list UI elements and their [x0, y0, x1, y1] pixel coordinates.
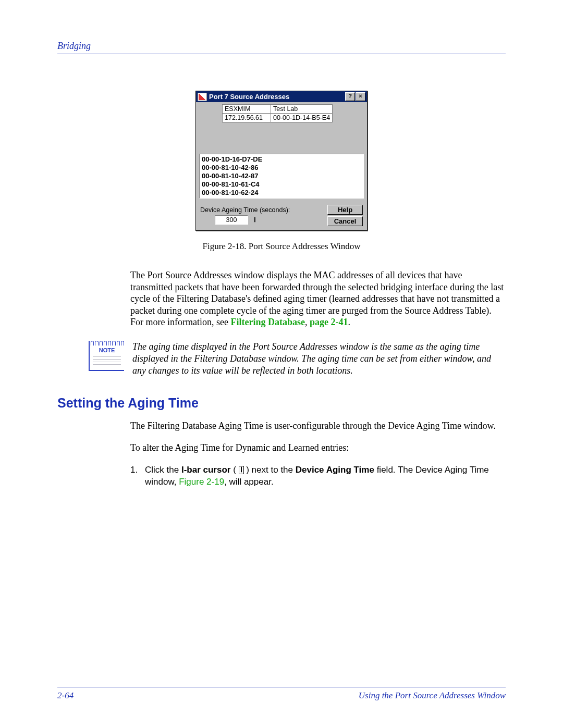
titlebar: Port 7 Source Addresses ? × — [196, 91, 367, 102]
help-button[interactable]: Help — [327, 205, 363, 215]
figure-caption: Figure 2-18. Port Source Addresses Windo… — [57, 241, 506, 252]
paragraph: The Port Source Addresses window display… — [130, 269, 506, 328]
running-header: Bridging — [57, 41, 506, 54]
help-icon[interactable]: ? — [345, 92, 355, 101]
list-item[interactable]: 00-00-81-10-61-C4 — [202, 180, 361, 189]
device-mac-cell: 00-00-1D-14-B5-E4 — [271, 114, 333, 122]
step-item: 1. Click the I-bar cursor ( Ⅰ ) next to … — [130, 464, 506, 488]
figure-screenshot: Port 7 Source Addresses ? × ESXMIM Test … — [195, 91, 368, 231]
list-item[interactable]: 00-00-1D-16-D7-DE — [202, 155, 361, 164]
device-ip-cell: 172.19.56.61 — [223, 114, 271, 122]
window-title: Port 7 Source Addresses — [209, 93, 345, 101]
step-text: , will appear. — [224, 477, 274, 487]
mac-address-list[interactable]: 00-00-1D-16-D7-DE 00-00-81-10-42-86 00-0… — [199, 154, 364, 199]
step-number: 1. — [130, 464, 145, 488]
ageing-label: Device Ageing Time (seconds): — [200, 206, 327, 214]
app-icon — [198, 93, 207, 101]
note-label: NOTE — [90, 347, 124, 353]
note-text: The aging time displayed in the Port Sou… — [132, 341, 506, 377]
device-location-cell: Test Lab — [271, 105, 333, 114]
xref-figure[interactable]: Figure 2-19 — [179, 477, 224, 487]
list-item[interactable]: 00-00-81-10-42-86 — [202, 164, 361, 172]
dialog-window: Port 7 Source Addresses ? × ESXMIM Test … — [195, 91, 368, 231]
paragraph: The Filtering Database Aging Time is use… — [130, 420, 506, 432]
note-icon: NOTE — [89, 341, 125, 371]
close-icon[interactable]: × — [356, 92, 365, 101]
footer-title: Using the Port Source Addresses Window — [359, 690, 506, 701]
list-item[interactable]: 00-00-81-10-62-24 — [202, 189, 361, 197]
paragraph-text: , — [305, 317, 310, 327]
step-text: Click the — [145, 465, 181, 475]
page-number: 2-64 — [57, 690, 74, 701]
device-info-grid: ESXMIM Test Lab 172.19.56.61 00-00-1D-14… — [199, 104, 364, 122]
step-text-bold: Device Aging Time — [296, 465, 374, 475]
ibar-cursor-icon[interactable]: Ⅰ — [251, 216, 259, 224]
step-text-bold: I-bar cursor — [181, 465, 230, 475]
ibar-cursor-icon: Ⅰ — [239, 466, 244, 474]
paragraph: To alter the Aging Time for Dynamic and … — [130, 442, 506, 454]
cancel-button[interactable]: Cancel — [327, 216, 363, 226]
list-item[interactable]: 00-00-81-10-42-87 — [202, 172, 361, 180]
page-footer: 2-64 Using the Port Source Addresses Win… — [57, 687, 506, 701]
device-name-cell: ESXMIM — [223, 105, 271, 114]
paragraph-text: . — [348, 317, 350, 327]
section-heading: Setting the Aging Time — [57, 396, 506, 411]
note-block: NOTE The aging time displayed in the Por… — [89, 341, 506, 377]
step-text: ) next to the — [244, 465, 296, 475]
ageing-time-field[interactable]: 300 — [215, 215, 248, 225]
xref-page-ref[interactable]: page 2-41 — [310, 317, 348, 327]
xref-filtering-database[interactable]: Filtering Database — [230, 317, 304, 327]
step-text: ( — [230, 465, 238, 475]
